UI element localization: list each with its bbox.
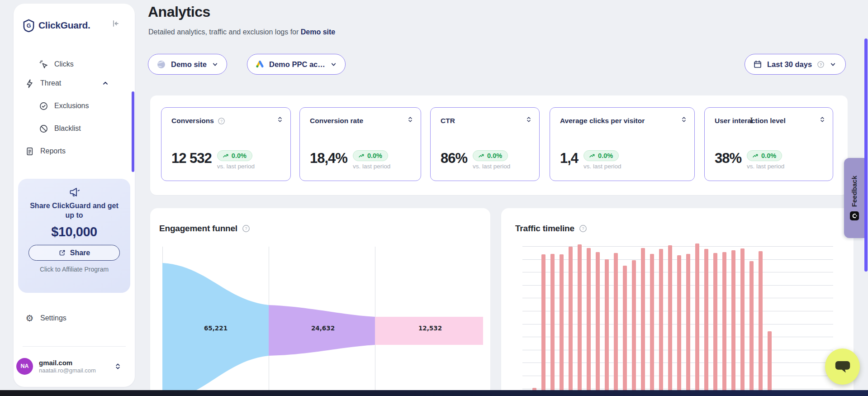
account-name: gmail.com <box>39 359 96 367</box>
brand-name: ClickGuard. <box>38 20 90 31</box>
kpi-delta-badge: 0.0% <box>747 150 782 161</box>
funnel-stage-value: 24,632 <box>311 324 335 332</box>
kpi-delta-value: 0.0% <box>598 152 613 159</box>
external-link-icon <box>58 249 66 257</box>
cursor-click-icon <box>39 60 48 69</box>
subtitle-text: Detailed analytics, traffic and exclusio… <box>148 28 301 36</box>
svg-text:G: G <box>27 22 31 29</box>
svg-text:?: ? <box>820 62 822 67</box>
trend-up-icon <box>223 153 229 158</box>
kpi-delta-badge: 0.0% <box>217 150 252 161</box>
kpi-value: 1,4 <box>560 150 578 167</box>
sort-selector-icon[interactable] <box>526 116 532 123</box>
kpi-vs-caption: vs. last period <box>747 163 784 170</box>
sort-selector-icon[interactable] <box>819 116 825 123</box>
traffic-timeline-card: Traffic timeline ? <box>501 208 854 396</box>
kpi-value: 38% <box>715 150 741 167</box>
sidebar-item-reports[interactable]: Reports <box>25 144 66 158</box>
share-button[interactable]: Share <box>28 245 120 261</box>
help-icon[interactable]: ? <box>579 224 587 233</box>
help-icon[interactable]: ? <box>218 117 225 125</box>
svg-text:?: ? <box>582 226 584 231</box>
chevron-down-icon <box>330 61 337 68</box>
ppc-account-filter-dropdown[interactable]: Demo PPC ac… <box>247 54 346 75</box>
sort-selector-icon[interactable] <box>407 116 413 123</box>
document-icon <box>25 147 34 156</box>
sort-selector-icon[interactable] <box>277 116 283 123</box>
sidebar-item-threat[interactable]: Threat <box>25 76 123 90</box>
affiliate-caption: Click to Affiliate Program <box>40 266 109 273</box>
sort-selector-icon[interactable] <box>681 116 687 123</box>
funnel-chart <box>161 247 483 396</box>
clickguard-logo-icon: G <box>23 19 35 32</box>
date-range-dropdown[interactable]: Last 30 days ? <box>745 54 846 75</box>
kpi-card-conversion-rate: Conversion rate 18,4% 0.0% vs. last peri… <box>299 107 421 181</box>
sidebar-item-label: Clicks <box>54 60 74 68</box>
site-filter-dropdown[interactable]: Demo site <box>148 54 227 75</box>
traffic-bars <box>532 241 772 390</box>
traffic-bar <box>740 248 745 390</box>
share-button-label: Share <box>70 249 90 257</box>
affiliate-promo-card[interactable]: Share ClickGuard and get up to $10,000 S… <box>18 179 130 293</box>
traffic-bar <box>704 249 708 390</box>
ban-icon <box>39 124 48 134</box>
chevron-down-icon <box>830 61 836 68</box>
feedback-tab[interactable]: Feedback <box>844 158 864 238</box>
sidebar-item-settings[interactable]: ⚙ Settings <box>25 311 66 325</box>
sidebar: G ClickGuard. Clicks Threat <box>14 4 135 387</box>
traffic-bar <box>578 244 582 390</box>
feedback-widget-icon <box>850 211 859 220</box>
traffic-bar <box>668 245 672 390</box>
selector-icon <box>114 363 121 370</box>
traffic-bar <box>659 249 663 390</box>
traffic-bar <box>749 261 754 390</box>
sidebar-item-clicks[interactable]: Clicks <box>39 57 74 71</box>
help-icon[interactable]: ? <box>242 224 250 233</box>
chat-bubble-icon <box>834 359 851 374</box>
window-bottom-edge <box>0 390 868 396</box>
traffic-bar <box>560 254 564 390</box>
kpi-label: Conversion rate <box>310 117 363 125</box>
svg-text:?: ? <box>245 226 247 231</box>
traffic-bar <box>623 266 627 390</box>
chat-launcher-button[interactable] <box>825 348 860 385</box>
traffic-bar <box>569 247 573 390</box>
kpi-value: 12 532 <box>171 150 212 167</box>
sidebar-collapse-icon[interactable] <box>110 19 119 28</box>
traffic-bar <box>605 259 609 390</box>
lightning-icon <box>25 79 34 88</box>
kpi-delta-badge: 0.0% <box>583 150 619 161</box>
sidebar-scroll-indicator <box>132 91 134 172</box>
account-switcher[interactable]: NA gmail.com naatali.ro@gmail.com <box>16 356 132 376</box>
traffic-bar <box>550 254 555 390</box>
page-subtitle: Detailed analytics, traffic and exclusio… <box>148 28 335 36</box>
traffic-bar <box>587 248 591 390</box>
help-icon[interactable]: ? <box>817 61 825 68</box>
kpi-delta-value: 0.0% <box>487 152 502 159</box>
traffic-bar <box>541 254 545 390</box>
kpi-delta-value: 0.0% <box>761 152 776 159</box>
sidebar-item-exclusions[interactable]: Exclusions <box>39 99 89 113</box>
kpi-label: CTR <box>441 117 455 125</box>
kpi-delta-value: 0.0% <box>232 152 247 159</box>
kpi-label: Average clicks per visitor <box>560 117 645 125</box>
scrollbar-thumb[interactable] <box>864 38 868 272</box>
sidebar-item-label: Threat <box>40 79 61 87</box>
avatar: NA <box>16 358 33 375</box>
traffic-bar <box>650 254 654 390</box>
engagement-funnel-card: Engagement funnel ? 65,221 24,632 12,532 <box>150 208 490 396</box>
site-filter-value: Demo site <box>171 60 207 69</box>
kpi-label: Conversions <box>171 117 214 125</box>
calendar-icon <box>753 60 762 69</box>
traffic-bar <box>722 252 726 390</box>
kpi-summary-panel: Conversions ? 12 532 0.0% vs. last perio… <box>150 95 848 195</box>
megaphone-icon <box>68 186 81 198</box>
trend-up-icon <box>589 153 595 158</box>
sidebar-item-label: Blacklist <box>54 124 81 133</box>
ppc-filter-value: Demo PPC ac… <box>269 60 325 69</box>
kpi-vs-caption: vs. last period <box>353 163 390 170</box>
divider <box>23 346 126 347</box>
kpi-vs-caption: vs. last period <box>473 163 510 170</box>
sidebar-item-blacklist[interactable]: Blacklist <box>39 122 81 135</box>
chevron-up-icon <box>102 80 109 87</box>
